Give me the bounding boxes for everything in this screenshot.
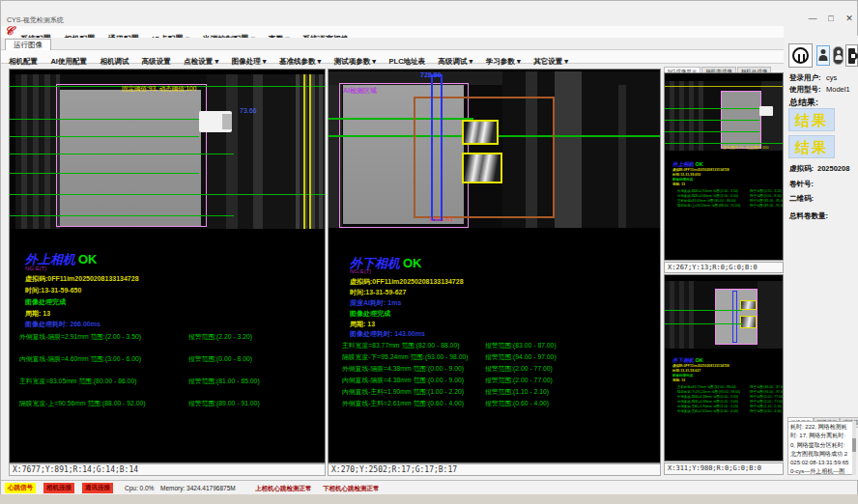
measurement-row: 外侧直线-隔膜=4.38mm 范围:(0.00 - 9.00) 报警范围:(2.… <box>342 364 658 373</box>
cycle-line: 周期: 13 <box>672 378 784 383</box>
roi-rect-blue <box>431 74 443 221</box>
comm-connection-badge: 通讯连接 <box>82 483 113 493</box>
roi-rect-yellow <box>462 153 502 183</box>
tool-baseline-params[interactable]: 基准线参数 ▾ <box>279 57 321 67</box>
ng-flag-label: NG:E(T) <box>25 266 46 271</box>
measurement-value: 内侧直线-主料=1.90mm 范围:(1.00 - 2.20) <box>677 405 738 408</box>
edge-line-yellow <box>303 74 305 229</box>
machine-band <box>665 81 703 151</box>
measure-line <box>665 323 742 324</box>
tool-other-settings[interactable]: 其它设置 ▾ <box>533 57 568 67</box>
measure-line <box>665 143 784 144</box>
measurement-row: 外侧直线-主料=2.61mm 范围:(0.60 - 4.00) 报警范围:(0.… <box>342 399 658 407</box>
tool-advanced-debug[interactable]: 高级调试 ▾ <box>439 57 473 67</box>
measurement-value: 内侧直线-隔膜=4.38mm 范围:(0.00 - 9.00) <box>342 377 464 383</box>
blue-overlay-label: 73.66 <box>240 107 257 114</box>
measurement-value: 外侧直线-主料=2.61mm 范围:(0.60 - 4.00) <box>677 409 738 413</box>
measure-line <box>665 120 759 121</box>
machine-band <box>555 71 582 228</box>
pause-button[interactable] <box>788 43 813 68</box>
measurement-row: 外侧直线-隔膜=2.91mm 范围:(2.00 - 3.50) 报警范围:(2.… <box>19 332 323 341</box>
roll-count-label: 总料卷数量: <box>789 211 828 221</box>
camera-result-title: 外上相机OK <box>672 160 784 168</box>
log-scrollbar-thumb[interactable] <box>852 438 856 452</box>
measure-line <box>10 173 199 174</box>
barcode-line: 虚拟码:0FF11im20250208133134728 <box>25 274 139 284</box>
measurement-value: 内侧直线-隔膜=4.60mm 范围:(3.00 - 6.00) <box>677 194 738 198</box>
log-scrollbar[interactable] <box>852 421 856 475</box>
upper-camera-heartbeat: 上相机心跳检测正常 <box>255 485 312 493</box>
measure-line <box>665 108 759 109</box>
camera-result-title: 外下相机OK <box>672 356 784 364</box>
elapsed-line: 图像处理耗时: 143.00ms <box>350 329 425 339</box>
operator-button[interactable] <box>833 46 844 65</box>
minimize-button[interactable]: — <box>805 14 820 23</box>
cycle-line: 周期: 13 <box>350 320 375 329</box>
exit-button[interactable] <box>845 44 858 67</box>
threshold-overlay-label: 固定阈值:93, 动态阈值:100 <box>122 85 196 94</box>
measurement-value: 外侧直线-主料=2.61mm 范围:(0.60 - 4.00) <box>342 400 464 406</box>
alarm-range: 报警范围:(1.10 - 2.10) <box>485 387 549 397</box>
tool-plc-address[interactable]: PLC地址表 <box>389 57 426 67</box>
lower-camera-heartbeat: 下相机心跳检测正常 <box>323 485 380 493</box>
login-user-label: 登录用户: <box>789 73 821 83</box>
edge-line-yellow <box>309 74 311 229</box>
measurement-value: 外侧直线-隔膜=4.38mm 范围:(0.00 - 9.00) <box>342 365 464 372</box>
center-camera-view[interactable]: AI检测区域 728.80 1.90 2.61 外下相机OK NG:E(T) 虚… <box>328 69 661 463</box>
barcode-label: 虚拟码: <box>789 164 814 174</box>
log-output[interactable]: 耗时: 222, 网络检测耗时: 17, 网络分离耗时: 0, 网络提取分区耗时… <box>787 421 855 475</box>
tool-advanced-settings[interactable]: 高级设置 <box>142 57 171 67</box>
measure-line <box>10 136 199 137</box>
alarm-range: 报警范围:(0.60 - 4.00) <box>750 409 782 414</box>
tool-image-processing[interactable]: 图像处理 ▾ <box>232 57 267 67</box>
time-line: 时间:13-31-59-627 <box>350 288 406 297</box>
side-view-lower[interactable]: 外下相机OK 虚拟码:0FF11im20250208133134728 时间:1… <box>664 274 784 462</box>
center-camera-image: AI检测区域 728.80 1.90 2.61 <box>329 71 661 228</box>
left-camera-image: 固定阈值:93, 动态阈值:100 73.66 <box>10 74 326 229</box>
measurement-row: 内侧直线-隔膜=4.60mm 范围:(3.00 - 6.00) 报警范围:(0.… <box>19 354 323 363</box>
barcode-line: 虚拟码:0FF11im20250208133134728 <box>350 277 464 287</box>
roi-rect-yellow <box>740 316 757 328</box>
measure-line <box>10 154 234 154</box>
tool-learning-params[interactable]: 学习参数 ▾ <box>486 57 521 67</box>
qrcode-label: 二维码: <box>789 194 814 204</box>
side-view-tabs: NG成像显示相机内成像相机外成像 <box>664 60 784 71</box>
login-user-value: cys <box>826 73 837 82</box>
needle-number-label: 卷针号: <box>789 180 814 189</box>
side-view-upper[interactable]: 固定阈值:93, 动态阈值:100 外上相机OK 虚拟码:0FF11im2025… <box>664 72 784 261</box>
side-lower-text: 外下相机OK 虚拟码:0FF11im20250208133134728 时间:1… <box>672 356 784 414</box>
measurement-value: 外侧直线-隔膜=2.91mm 范围:(2.00 - 3.50) <box>677 189 738 193</box>
tool-test-params[interactable]: 测试项参数 ▾ <box>334 57 376 67</box>
pause-icon <box>792 47 809 64</box>
measurement-value: 隔膜宽度-上=90.56mm 范围:(88.00 - 92.00) <box>677 204 740 208</box>
login-user-button[interactable] <box>816 45 830 66</box>
close-button[interactable]: ✕ <box>842 14 857 23</box>
measurement-row: 隔膜宽度-上=90.56mm 范围:(88.00 - 92.00) 报警范围:(… <box>19 399 323 407</box>
result-ok-badge: OK <box>696 357 703 363</box>
blue-overlay-label: 728.80 <box>420 71 441 78</box>
tool-camera-config[interactable]: 相机配置 <box>9 57 38 67</box>
tab-run-image[interactable]: 运行图像 <box>5 39 51 50</box>
measurement-value: 内侧直线-主料=1.90mm 范围:(1.00 - 2.20) <box>342 388 464 395</box>
cycle-line: 周期: 13 <box>672 182 784 187</box>
left-coordinates-bar: X:7677;Y:891;R:14;G:14;B:14 <box>9 463 326 476</box>
machine-band <box>665 281 694 349</box>
maximize-button[interactable]: □ <box>823 14 839 23</box>
alarm-range: 报警范围:(89.00 - 91.00) <box>750 204 784 209</box>
measurement-row: 外侧直线-主料=2.61mm 范围:(0.60 - 4.00)报警范围:(0.6… <box>677 409 784 414</box>
measure-line <box>10 194 326 195</box>
left-camera-view[interactable]: 固定阈值:93, 动态阈值:100 73.66 外上相机OK NG:E(T) 虚… <box>9 69 326 463</box>
measure-line <box>10 119 199 120</box>
camera-connection-badge: 相机连接 <box>43 483 74 493</box>
measure-line <box>665 131 759 132</box>
tool-ai-usage-config[interactable]: AI使用配置 <box>50 57 87 67</box>
tool-spot-check[interactable]: 点检设置 ▾ <box>184 57 218 67</box>
elapsed-line: 图像处理耗时: 266.00ms <box>25 320 100 329</box>
red-overlay-label: 1.90 2.61 <box>429 216 453 222</box>
measurement-row: 主料宽度=83.05mm 范围:(80.00 - 86.00) 报警范围:(81… <box>19 377 323 385</box>
measurement-value: 内侧直线-隔膜=4.38mm 范围:(0.00 - 9.00) <box>677 400 738 404</box>
machine-band <box>758 281 784 349</box>
measurement-row: 主料宽度=83.77mm 范围:(82.00 - 88.00) 报警范围:(83… <box>342 341 658 350</box>
alarm-range: 报警范围:(2.00 - 77.00) <box>485 376 553 385</box>
tool-camera-debug[interactable]: 相机调试 <box>100 57 129 67</box>
